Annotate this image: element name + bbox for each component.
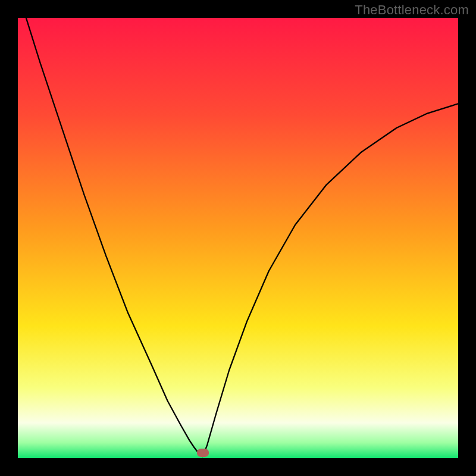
bottleneck-curve [18, 18, 458, 458]
curve-right-branch [203, 104, 458, 456]
curve-left-branch [18, 18, 203, 456]
chart-frame: TheBottleneck.com [0, 0, 476, 476]
optimum-marker [197, 449, 209, 457]
watermark-text: TheBottleneck.com [355, 2, 469, 18]
plot-area [18, 18, 458, 458]
